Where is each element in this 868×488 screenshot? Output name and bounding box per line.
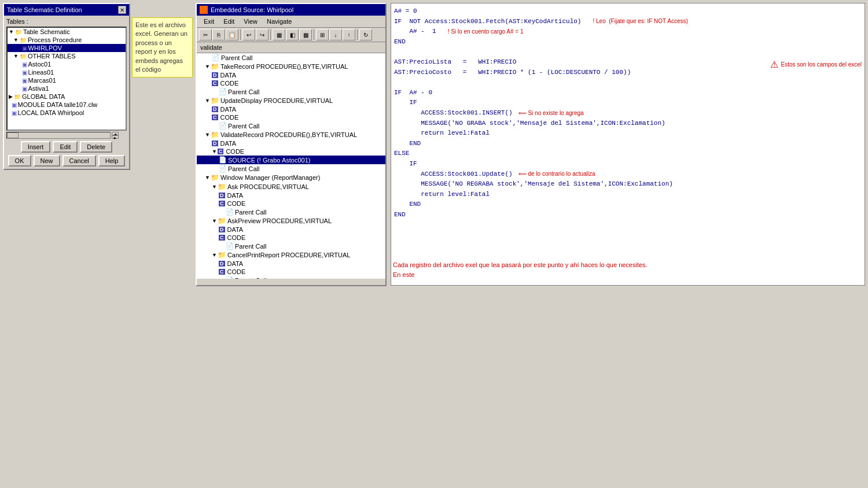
tree-item-local-data[interactable]: ▣ LOCAL DATA Whirlpool [8, 109, 126, 117]
tree-node-cancelprint-parent-call[interactable]: 📄 Parent Call [197, 276, 385, 279]
folder-icon-other-tables: 📁 [20, 53, 27, 60]
toolbar-refresh[interactable]: ↻ [359, 29, 372, 40]
tree-node-label-validate-record: ValidateRecord PROCEDURE(),BYTE,VIRTUAL [220, 131, 357, 138]
table-icon-local-data: ▣ [12, 110, 17, 116]
tree-node-label-take-code: CODE [220, 80, 239, 87]
tree-node-update-data[interactable]: D DATA [197, 105, 385, 113]
tree-item-global-data[interactable]: ▶ 📁 GLOBAL DATA [8, 93, 126, 101]
data-icon-ask: D [219, 193, 225, 198]
tree-node-label-take-data: DATA [220, 72, 237, 79]
tree-node-ask-data[interactable]: D DATA [197, 191, 385, 199]
tree-item-marcas01[interactable]: ▣ Marcas01 [8, 76, 126, 84]
tree-node-validate-data[interactable]: D DATA [197, 139, 385, 147]
code-line-3: A# - 1 ! Si lo en cuento cargo A# = 1 [394, 27, 862, 37]
tree-node-askpreview-code[interactable]: C CODE [197, 234, 385, 242]
menu-bar: Exit Edit View Navigate [197, 16, 385, 28]
expand-icon-take-record: ▼ [205, 64, 210, 69]
tree-item-astoc01[interactable]: ▣ Astoc01 [8, 60, 126, 68]
expand-icon-astiva1 [19, 86, 21, 91]
tree-node-cancel-print[interactable]: ▼ 📁 CancelPrintReport PROCEDURE,VIRTUAL [197, 250, 385, 260]
tree-node-cancelprint-code[interactable]: C CODE [197, 268, 385, 276]
folder-icon-global-data: 📁 [14, 94, 21, 100]
tree-item-whirlpov[interactable]: ▣ WHIRLPOV [8, 44, 126, 52]
toolbar-btn3[interactable]: ▦ [273, 29, 285, 40]
tree-node-take-code[interactable]: C CODE [197, 79, 385, 87]
toolbar-undo[interactable]: ↩ [242, 29, 255, 40]
table-icon-marcas01: ▣ [22, 77, 27, 84]
menu-navigate[interactable]: Navigate [262, 17, 296, 26]
tree-node-label-cancelprint-parent: Parent Call [235, 277, 266, 279]
menu-view[interactable]: View [239, 17, 262, 26]
expand-icon-validate-code: ▼ [212, 149, 217, 154]
expand-icon-validate-record: ▼ [205, 132, 210, 138]
delete-button[interactable]: Delete [80, 141, 112, 153]
toolbar-copy[interactable]: ⎘ [212, 29, 225, 40]
toolbar-cut[interactable]: ✂ [199, 29, 212, 40]
code-line-blank2 [394, 77, 862, 88]
toolbar-paste[interactable]: 📋 [226, 29, 238, 40]
tree-item-process-procedure[interactable]: ▼ 📁 Process Procedure [8, 36, 126, 44]
tree-node-update-display[interactable]: ▼ 📁 UpdateDisplay PROCEDURE,VIRTUAL [197, 96, 385, 105]
toolbar: ✂ ⎘ 📋 ↩ ↪ ▦ ◧ ▩ ⊞ ↓ ↑ ↻ [197, 28, 385, 42]
expand-icon-update-display: ▼ [205, 98, 210, 103]
tree-node-askpreview-parent-call[interactable]: 📄 Parent Call [197, 242, 385, 250]
toolbar-btn5[interactable]: ▩ [299, 29, 312, 40]
expand-icon-cancel-print: ▼ [212, 252, 217, 258]
doc-icon-parent-call-top: 📄 [212, 54, 220, 61]
tree-node-label-ask-preview: AskPreview PROCEDURE,VIRTUAL [227, 217, 332, 224]
tree-node-ask[interactable]: ▼ 📁 Ask PROCEDURE,VIRTUAL [197, 182, 385, 191]
tree-node-update-parent-call[interactable]: 📄 Parent Call [197, 121, 385, 130]
overlay-note: Este es el archivo excel. Generan un pro… [132, 17, 193, 77]
toolbar-btn6[interactable]: ⊞ [316, 29, 329, 40]
ok-button[interactable]: OK [8, 155, 31, 167]
tree-node-cancelprint-data[interactable]: D DATA [197, 260, 385, 268]
tree-node-take-record[interactable]: ▼ 📁 TakeRecord PROCEDURE(),BYTE,VIRTUAL [197, 62, 385, 71]
new-button[interactable]: New [34, 155, 60, 167]
scroll-right-btn[interactable]: ► [112, 135, 119, 139]
tree-item-lineas01[interactable]: ▣ Lineas01 [8, 68, 126, 76]
menu-exit[interactable]: Exit [199, 17, 219, 26]
close-button[interactable]: ✕ [118, 6, 126, 14]
tree-node-source-grabo[interactable]: 📄 SOURCE (! Grabo Astoc001) [197, 156, 385, 164]
tree-node-label-update-data: DATA [220, 106, 237, 113]
tables-tree[interactable]: ▼ 📁 Table Schematic ▼ 📁 Process Procedur… [6, 27, 127, 131]
tree-node-validate-code[interactable]: ▼ C CODE [197, 147, 385, 156]
tree-item-module-data[interactable]: ▣ MODULE DATA talle107.clw [8, 101, 126, 109]
tree-item-astiva1[interactable]: ▣ Astiva1 [8, 84, 126, 93]
tree-node-window-manager[interactable]: ▼ 📁 Window Manager (ReportManager) [197, 173, 385, 182]
tree-node-ask-parent-call[interactable]: 📄 Parent Call [197, 208, 385, 216]
tree-node-ask-code[interactable]: C CODE [197, 199, 385, 208]
code-icon-take: C [212, 80, 218, 86]
source-tree[interactable]: 📄 Parent Call ▼ 📁 TakeRecord PROCEDURE()… [197, 53, 385, 279]
tree-node-update-code[interactable]: C CODE [197, 113, 385, 121]
tree-node-parent-call-top[interactable]: 📄 Parent Call [197, 53, 385, 62]
insert-button[interactable]: Insert [21, 141, 51, 153]
tree-node-take-parent-call[interactable]: 📄 Parent Call [197, 87, 385, 96]
tree-node-ask-preview[interactable]: ▼ 📁 AskPreview PROCEDURE,VIRTUAL [197, 216, 385, 225]
menu-edit[interactable]: Edit [219, 17, 239, 26]
toolbar-btn4[interactable]: ◧ [286, 29, 299, 40]
cancel-button[interactable]: Cancel [62, 155, 96, 167]
code-line-1: A# = 0 [394, 6, 862, 17]
info-text-area: Cada registro del archivo exel que lea p… [391, 258, 865, 283]
help-button[interactable]: Help [98, 155, 126, 167]
validate-bar: validate [197, 42, 385, 53]
tree-node-label-source-grabo: SOURCE (! Grabo Astoc001) [228, 157, 310, 164]
code-line-update: ACCESS:Stock001.Update() ⟸ de lo contrar… [394, 169, 862, 180]
tree-node-take-data[interactable]: D DATA [197, 71, 385, 79]
tree-item-other-tables[interactable]: ▼ 📁 OTHER TABLES [8, 52, 126, 60]
tree-node-askpreview-data[interactable]: D DATA [197, 225, 385, 234]
tree-node-validate-parent-call[interactable]: 📄 Parent Call [197, 164, 385, 173]
toolbar-redo[interactable]: ↪ [256, 29, 269, 40]
toolbar-btn7[interactable]: ↓ [329, 29, 342, 40]
tree-item-table-schematic[interactable]: ▼ 📁 Table Schematic [8, 28, 126, 36]
code-line-precio-lista: AST:PrecioLista = WHI:PRECIO [394, 57, 764, 68]
code-line-end-inner1: END [394, 139, 862, 149]
edit-button[interactable]: Edit [53, 141, 78, 153]
expand-icon-ask: ▼ [212, 184, 217, 190]
tree-label-process-procedure: Process Procedure [28, 36, 82, 43]
tree-node-validate-record[interactable]: ▼ 📁 ValidateRecord PROCEDURE(),BYTE,VIRT… [197, 130, 385, 139]
embedded-source-panel: Embedded Source: Whirlpool Exit Edit Vie… [196, 3, 387, 286]
toolbar-btn8[interactable]: ↑ [343, 29, 355, 40]
expand-icon-other-tables: ▼ [13, 53, 19, 59]
